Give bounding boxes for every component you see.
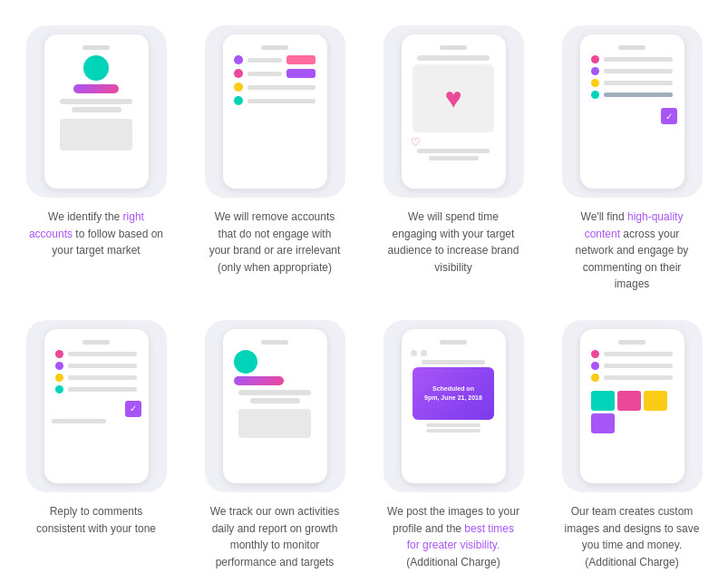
line-2c	[248, 85, 315, 90]
phone-notch-4	[618, 45, 645, 50]
dot-8c	[591, 374, 599, 382]
phone5-row-1	[55, 350, 137, 358]
phone7-toprow	[411, 350, 427, 356]
card-high-quality: ✓ We'll find high-quality content across…	[545, 18, 719, 304]
follow-btn-1	[73, 84, 119, 93]
bar-1b	[72, 107, 121, 112]
line-8c	[604, 375, 673, 380]
bottom-bar-5	[52, 419, 106, 423]
dot-5c	[55, 374, 63, 382]
dot-2d	[234, 96, 243, 105]
dot-2c	[234, 83, 243, 92]
color-teal	[591, 391, 615, 411]
phone-1	[44, 34, 149, 189]
card-text-6: We track our own activities daily and re…	[207, 503, 343, 570]
line-4c	[604, 81, 673, 85]
card-follow-accounts: We identify the right accounts to follow…	[9, 18, 183, 304]
dot-2b	[234, 69, 243, 78]
card-text-2: We will remove accounts that do not enga…	[207, 209, 343, 276]
bar-3b	[417, 149, 490, 153]
dot-4d	[591, 91, 599, 99]
heart-icon: ♥	[445, 82, 462, 115]
heart-outline: ♡	[411, 136, 421, 149]
highlight-1: right accounts	[29, 210, 144, 240]
avatar-1	[83, 55, 109, 81]
color-yellow	[644, 391, 667, 411]
img-box-3: ♥	[413, 64, 494, 132]
bar-7a	[422, 360, 485, 364]
check-mark-4: ✓	[661, 108, 677, 124]
dot-4c	[591, 79, 599, 87]
dot-5b	[55, 362, 63, 370]
line-5b	[68, 364, 137, 368]
line-5d	[68, 387, 137, 392]
phone2-row-3	[234, 83, 315, 92]
phone-notch-2	[261, 45, 288, 50]
follow-btn-6	[234, 376, 284, 385]
phone5-row-2	[55, 362, 137, 370]
dot-2a	[234, 55, 243, 64]
highlight-4: high-quality content	[585, 210, 684, 240]
card-text-3: We will spend time engaging with your ta…	[385, 209, 521, 276]
phone5-row-3	[55, 374, 137, 382]
badge-2b	[286, 69, 315, 78]
bar-1a	[60, 99, 132, 104]
line-5a	[68, 352, 137, 356]
bar-6a	[238, 390, 311, 395]
img-block-1	[60, 119, 132, 151]
phone-notch-1	[83, 45, 110, 50]
phone-2	[223, 34, 327, 189]
line-2a	[248, 58, 282, 63]
phone-wrapper-2	[205, 25, 345, 198]
phone8-row-2	[591, 362, 673, 370]
scheduled-text: Scheduled on 9pm, June 21, 2018	[424, 384, 482, 403]
avatar-6	[234, 350, 257, 374]
smalldot-7a	[411, 350, 417, 356]
phone2-row-1	[234, 55, 315, 64]
phone2-row-4	[234, 96, 315, 105]
phone-wrapper-3: ♥ ♡	[383, 25, 524, 198]
card-remove-accounts: We will remove accounts that do not enga…	[188, 18, 362, 304]
card-track-activities: We track our own activities daily and re…	[188, 313, 362, 581]
bar-7c	[426, 429, 480, 432]
line-4b	[604, 69, 673, 73]
card-text-1: We identify the right accounts to follow…	[28, 209, 164, 259]
phone4-row-2	[591, 67, 673, 75]
phone-wrapper-7: Scheduled on 9pm, June 21, 2018	[383, 320, 524, 492]
bar-6b	[250, 398, 300, 403]
card-text-8: Our team creates custom images and desig…	[564, 503, 700, 570]
dot-8b	[591, 362, 599, 370]
line-4a	[604, 57, 673, 62]
card-text-4: We'll find high-quality content across y…	[564, 209, 700, 293]
card-custom-images: Our team creates custom images and desig…	[545, 313, 719, 581]
dot-4b	[591, 67, 599, 75]
phone-3: ♥ ♡	[402, 34, 506, 189]
line-4d	[604, 92, 673, 97]
dot-8a	[591, 350, 599, 358]
img-block-6	[238, 409, 311, 438]
line-8a	[604, 352, 673, 356]
bar-3c	[429, 156, 479, 160]
phone-notch-6	[261, 340, 288, 345]
dot-4a	[591, 55, 599, 63]
check-mark-5: ✓	[125, 401, 141, 417]
phone-5: ✓	[44, 329, 149, 483]
phone5-row-4	[55, 385, 137, 394]
phone8-row-3	[591, 374, 673, 382]
badge-2a	[286, 55, 315, 64]
highlight-7: best times for greater visibility.	[407, 522, 514, 552]
color-swatches	[591, 391, 673, 433]
dot-5d	[55, 385, 63, 394]
line-2d	[248, 99, 315, 103]
phone4-row-4	[591, 91, 673, 99]
card-reply-comments: ✓ Reply to comments consistent with your…	[9, 313, 183, 581]
phone-4: ✓	[580, 34, 684, 189]
phone-wrapper-5: ✓	[26, 320, 167, 492]
smalldot-7b	[421, 350, 427, 356]
phone4-row-3	[591, 79, 673, 87]
phone-7: Scheduled on 9pm, June 21, 2018	[402, 329, 506, 483]
card-text-5: Reply to comments consistent with your t…	[28, 503, 164, 537]
phone-notch-8	[618, 340, 645, 345]
phone-6	[223, 329, 327, 483]
card-text-7: We post the images to your profile and t…	[385, 503, 521, 570]
